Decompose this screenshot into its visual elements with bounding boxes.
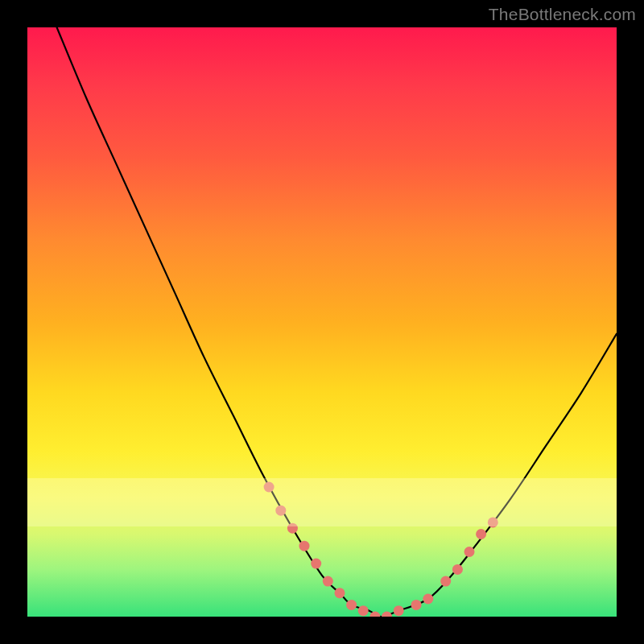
data-marker [394, 605, 404, 616]
data-marker [346, 600, 357, 610]
data-marker [311, 559, 321, 569]
watermark-text: TheBottleneck.com [489, 5, 636, 24]
curve-group [57, 27, 617, 617]
data-marker [440, 576, 451, 587]
data-marker [299, 541, 310, 551]
data-marker [488, 517, 498, 527]
markers-group [264, 482, 498, 617]
data-marker [287, 523, 298, 534]
data-marker [382, 612, 392, 617]
data-marker [423, 594, 433, 605]
data-marker [464, 547, 475, 557]
chart-svg [27, 27, 617, 617]
data-marker [275, 506, 286, 516]
data-marker [264, 482, 275, 493]
chart-frame: TheBottleneck.com [0, 0, 644, 644]
data-marker [476, 529, 486, 539]
data-marker [452, 564, 463, 575]
data-marker [335, 588, 345, 598]
data-marker [323, 576, 333, 587]
data-marker [358, 605, 369, 616]
plot-area [27, 27, 617, 617]
bottleneck-curve [57, 27, 617, 617]
data-marker [411, 600, 422, 610]
